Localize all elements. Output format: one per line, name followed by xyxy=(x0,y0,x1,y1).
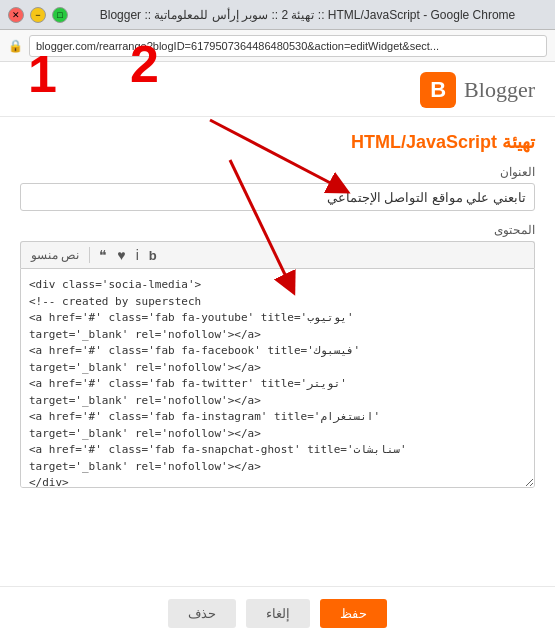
cancel-button[interactable]: إلغاء xyxy=(246,599,310,628)
blogger-b-letter: B xyxy=(430,77,446,103)
blogger-label: Blogger xyxy=(464,77,535,103)
title-field-group: العنوان xyxy=(20,165,535,211)
blogger-icon: B xyxy=(420,72,456,108)
delete-button[interactable]: حذف xyxy=(168,599,236,628)
widget-form: تهيئة HTML/JavaScript العنوان المحتوى نص… xyxy=(0,117,555,586)
heart-icon[interactable]: ♥ xyxy=(114,246,128,264)
maximize-button[interactable]: □ xyxy=(52,7,68,23)
content-label: المحتوى xyxy=(20,223,535,237)
address-bar: 🔒 xyxy=(0,30,555,62)
blogger-header: B Blogger xyxy=(0,62,555,117)
save-button[interactable]: حفظ xyxy=(320,599,387,628)
minimize-button[interactable]: − xyxy=(30,7,46,23)
lock-icon: 🔒 xyxy=(8,39,23,53)
window-title: Blogger :: تهيئة 2 :: سوبر إرأس للمعلوما… xyxy=(68,8,547,22)
page-wrapper: ✕ − □ Blogger :: تهيئة 2 :: سوبر إرأس لل… xyxy=(0,0,555,640)
main-content: B Blogger تهيئة HTML/JavaScript العنوان … xyxy=(0,62,555,640)
toolbar-divider-1 xyxy=(89,247,90,263)
window-controls: ✕ − □ xyxy=(8,7,68,23)
code-textarea[interactable] xyxy=(20,268,535,488)
close-button[interactable]: ✕ xyxy=(8,7,24,23)
address-input[interactable] xyxy=(29,35,547,57)
bold-icon[interactable]: b xyxy=(146,247,160,264)
blogger-logo: B Blogger xyxy=(420,72,535,108)
page-form-title: تهيئة HTML/JavaScript xyxy=(20,131,535,153)
title-input[interactable] xyxy=(20,183,535,211)
title-bar: ✕ − □ Blogger :: تهيئة 2 :: سوبر إرأس لل… xyxy=(0,0,555,30)
editor-toolbar: نص منسو ❝ ♥ i b xyxy=(20,241,535,268)
link-icon[interactable]: i xyxy=(133,246,142,264)
quote-icon[interactable]: ❝ xyxy=(96,246,110,264)
text-format-btn[interactable]: نص منسو xyxy=(27,247,83,263)
title-label: العنوان xyxy=(20,165,535,179)
content-field-group: المحتوى نص منسو ❝ ♥ i b xyxy=(20,223,535,491)
form-buttons: حفظ إلغاء حذف xyxy=(0,586,555,640)
